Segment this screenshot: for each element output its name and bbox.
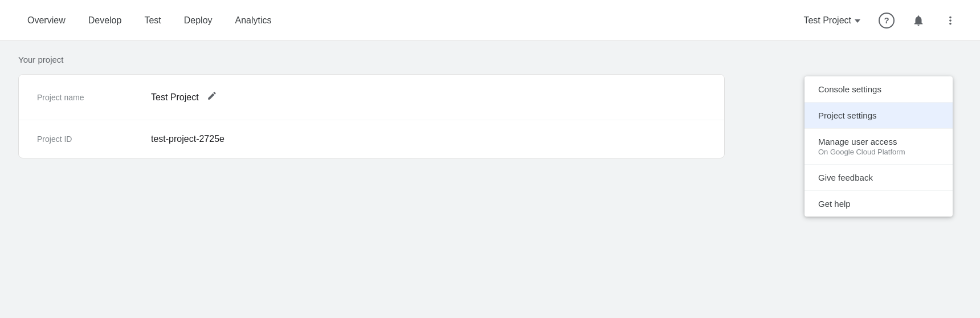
more-vert-icon [944,14,957,27]
nav-develop[interactable]: Develop [79,11,131,30]
more-options-button[interactable] [939,9,962,32]
pencil-icon [207,91,217,101]
main-nav: Overview Develop Test Deploy Analytics [18,11,798,30]
nav-analytics[interactable]: Analytics [226,11,281,30]
nav-deploy[interactable]: Deploy [175,11,222,30]
menu-project-settings[interactable]: Project settings [805,103,953,129]
app-header: Overview Develop Test Deploy Analytics T… [0,0,980,41]
project-id-row: Project ID test-project-2725e [19,120,724,158]
project-id-value: test-project-2725e [151,134,224,144]
project-id-value-container: test-project-2725e [151,134,224,144]
project-name-label: Project name [37,93,151,102]
chevron-down-icon [855,19,860,23]
notification-button[interactable] [907,9,930,32]
menu-get-help[interactable]: Get help [805,191,953,217]
section-header: Your project [0,41,980,74]
menu-give-feedback[interactable]: Give feedback [805,165,953,191]
edit-project-name-button[interactable] [205,88,219,106]
dropdown-menu: Console settings Project settings Manage… [805,76,953,217]
menu-manage-user-access-label: Manage user access [818,137,939,146]
menu-manage-user-access-sub: On Google Cloud Platform [818,148,939,156]
main-content: Your project Project name Test Project P… [0,41,980,318]
bell-icon [912,14,925,27]
menu-manage-user-access[interactable]: Manage user access On Google Cloud Platf… [805,129,953,165]
project-id-label: Project ID [37,134,151,144]
project-name-value: Test Project [151,92,199,103]
help-icon: ? [879,13,895,28]
project-name-row: Project name Test Project [19,75,724,120]
project-selector[interactable]: Test Project [798,12,866,29]
nav-overview[interactable]: Overview [18,11,75,30]
project-name-value-container: Test Project [151,88,219,106]
project-card: Project name Test Project Project ID tes… [18,74,725,158]
menu-console-settings[interactable]: Console settings [805,76,953,103]
nav-test[interactable]: Test [135,11,170,30]
project-selector-name: Test Project [803,15,851,26]
help-button[interactable]: ? [875,9,898,32]
section-title: Your project [18,55,64,64]
header-actions: Test Project ? [798,9,962,32]
